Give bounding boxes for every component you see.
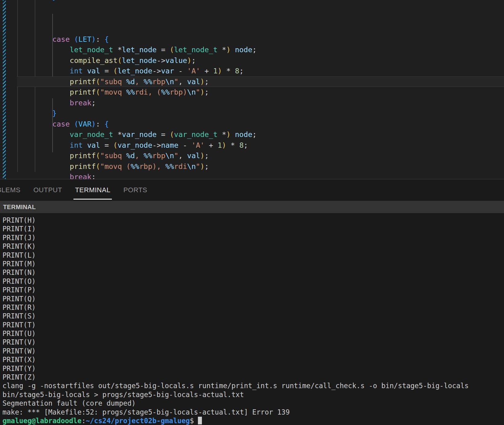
code-token: + [200, 67, 213, 75]
code-token: , [135, 77, 144, 86]
code-token: 'A' [187, 67, 200, 75]
code-token: ; [191, 56, 196, 65]
code-line: var_node_t *var_node = (var_node_t *) no… [18, 129, 504, 140]
code-token: VAR [78, 120, 91, 128]
code-editor[interactable]: } case (LET): { let_node_t *let_node = (… [0, 0, 504, 179]
code-token: = [157, 130, 170, 139]
code-token: ( [170, 130, 174, 139]
code-token: ; [244, 141, 248, 150]
code-token: let_node [122, 45, 157, 54]
terminal-output-line: PRINT(S) [2, 312, 504, 320]
code-token: int [70, 141, 83, 150]
code-token: compile_ast [70, 56, 118, 65]
code-token: ) [218, 67, 222, 75]
code-token: ) [187, 56, 191, 65]
code-token [18, 45, 70, 54]
terminal-output-line: PRINT(P) [2, 286, 504, 294]
code-token: -> [152, 141, 161, 150]
code-token: "subq [100, 151, 126, 160]
code-token: %d [126, 151, 135, 160]
terminal-output-line: PRINT(Y) [2, 364, 504, 373]
code-token: ( [96, 162, 100, 171]
code-token: ) [200, 151, 204, 160]
code-token: rdi [174, 162, 187, 171]
code-token: "movq [100, 88, 126, 96]
code-token: , [135, 151, 144, 160]
code-token: = [157, 45, 170, 54]
code-token [18, 99, 70, 107]
code-token: { [104, 120, 109, 128]
code-token: ( [96, 88, 100, 96]
tab-problems[interactable]: OBLEMS [0, 179, 27, 201]
terminal-content[interactable]: PRINT(H)PRINT(I)PRINT(J)PRINT(K)PRINT(L)… [0, 213, 504, 425]
code-token: case [52, 35, 70, 44]
code-token: } [52, 0, 57, 1]
code-token: \n [165, 77, 174, 86]
code-token: ( [170, 45, 174, 54]
code-token: " [196, 88, 200, 96]
code-token: var_node [122, 130, 157, 139]
code-token: break [70, 173, 92, 179]
code-token [18, 0, 52, 1]
code-line: printf("movq (%%rbp), %%rdi\n"); [18, 161, 504, 172]
code-token: node [235, 130, 252, 139]
code-token: printf [70, 77, 96, 86]
code-token: %% [161, 88, 170, 96]
code-token [18, 56, 70, 65]
terminal-output-line: PRINT(V) [2, 338, 504, 346]
code-token: let_node_t [174, 45, 217, 54]
tab-terminal[interactable]: TERMINAL [69, 179, 117, 201]
code-token: rbp), [139, 162, 165, 171]
code-token: , [179, 151, 187, 160]
code-token: = [100, 141, 113, 150]
code-token: ; [92, 99, 96, 107]
terminal-output: PRINT(H)PRINT(I)PRINT(J)PRINT(K)PRINT(L)… [2, 216, 504, 416]
code-token: ; [92, 173, 96, 179]
code-token: %% [144, 151, 152, 160]
code-token: - [179, 141, 191, 150]
code-token: \n [187, 162, 196, 171]
code-token: * [113, 130, 122, 139]
code-token: ) [226, 130, 230, 139]
terminal-output-line: PRINT(U) [2, 329, 504, 338]
code-token [70, 120, 74, 128]
code-token: printf [70, 88, 96, 96]
code-token: } [52, 109, 57, 118]
code-token [18, 109, 52, 118]
code-token: var_node [117, 141, 152, 150]
code-token: : [96, 35, 104, 44]
code-token: ) [226, 45, 230, 54]
prompt-dollar: $ [190, 417, 194, 425]
code-token [70, 35, 74, 44]
code-token: val [87, 141, 100, 150]
code-token [230, 130, 235, 139]
code-line-current: printf("subq %d, %%rbp\n", val); [17, 76, 504, 87]
terminal-output-line: PRINT(Z) [2, 373, 504, 381]
code-token: , [179, 77, 187, 86]
code-token: ; [252, 130, 257, 139]
code-line: compile_ast(let_node->value); [18, 55, 504, 66]
tab-label: OUTPUT [33, 186, 62, 194]
code-token: ; [239, 67, 244, 75]
code-token: ) [200, 88, 204, 96]
tab-ports[interactable]: PORTS [117, 179, 154, 201]
code-line: } [18, 108, 504, 119]
code-lines: } case (LET): { let_node_t *let_node = (… [0, 0, 504, 179]
code-line: case (VAR): { [18, 119, 504, 130]
code-token: 8 [239, 141, 244, 150]
code-token: " [196, 162, 200, 171]
code-token: -> [157, 56, 165, 65]
code-token: " [174, 151, 178, 160]
code-token [18, 151, 70, 160]
terminal-output-line: bin/stage5-big-locals > progs/stage5-big… [2, 390, 504, 399]
terminal-output-line: PRINT(O) [2, 277, 504, 286]
code-token: let_node [122, 56, 157, 65]
tab-output[interactable]: OUTPUT [27, 179, 69, 201]
code-token: %% [144, 77, 152, 86]
code-token: rbp [152, 151, 165, 160]
code-token [83, 141, 87, 150]
code-token: printf [70, 162, 96, 171]
terminal-output-line: PRINT(Q) [2, 294, 504, 303]
code-token: val [87, 67, 100, 75]
terminal-output-line: make: *** [Makefile:52: progs/stage5-big… [2, 408, 504, 416]
